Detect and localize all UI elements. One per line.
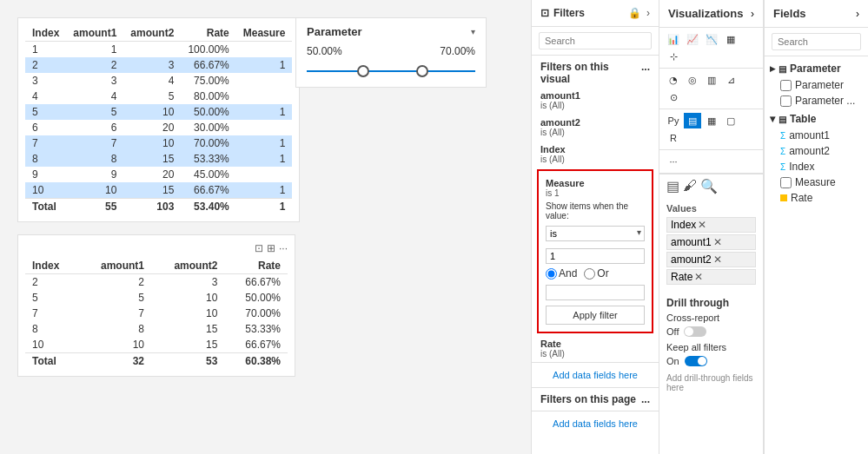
field-chip-index[interactable]: Index ✕ [666, 217, 756, 233]
viz-icon-card[interactable]: ▢ [722, 113, 739, 128]
viz-icon-r[interactable]: R [665, 130, 682, 146]
viz-icon-col[interactable]: ▦ [722, 31, 739, 47]
table-row: 44580.00% [25, 89, 292, 104]
filters-header: ⊡ Filters 🔒 › [532, 0, 659, 27]
radio-group: And Or [546, 267, 645, 280]
field-chip-amount1[interactable]: amount1 ✕ [666, 234, 756, 250]
viz-icon-pie[interactable]: ◔ [665, 72, 682, 88]
fields-title: Fields [773, 7, 806, 20]
filters-on-visual-dots[interactable]: ... [641, 61, 650, 85]
sigma-icon-amount1: Σ [780, 131, 785, 141]
field-item-amount1[interactable]: Σ amount1 [765, 128, 868, 143]
viz-icon-funnel[interactable]: ⊿ [722, 72, 739, 88]
cross-report-toggle[interactable] [684, 326, 706, 337]
radio-or-label[interactable]: Or [584, 267, 608, 280]
add-data-fields-visual[interactable]: Add data fields here [532, 362, 659, 387]
filter-chevron-icon[interactable]: › [646, 7, 650, 19]
table-row: 10101566.67% [25, 337, 288, 353]
radio-and-label[interactable]: And [546, 267, 577, 280]
add-drill-through-text: Add drill-through fields here [659, 370, 763, 396]
field-group-table-header[interactable]: ▾ ▤ Table [765, 110, 868, 128]
canvas-area: Index amount1 amount2 Rate Measure 11100… [0, 0, 531, 454]
toggle-thumb [685, 327, 693, 336]
viz-format-icon[interactable]: 🖌 [683, 178, 697, 194]
viz-icon-more[interactable]: ··· [665, 154, 682, 169]
viz-icon-table-vis[interactable]: ▤ [684, 113, 701, 128]
field-group-parameter-header[interactable]: ▸ ▤ Parameter [765, 60, 868, 77]
viz-chevron-icon[interactable]: › [751, 8, 754, 20]
filter-icon[interactable]: ⊡ [255, 242, 263, 254]
field-chip-rate-name: Rate [671, 271, 692, 283]
col-header-amount1-2: amount1 [78, 258, 151, 274]
keep-all-toggle[interactable] [685, 356, 707, 366]
col-header-amount1: amount1 [66, 25, 123, 42]
field-checkbox-parameter2[interactable] [780, 95, 792, 107]
filter-item-amount1[interactable]: amount1 is (All) [532, 87, 659, 114]
apply-filter-button[interactable]: Apply filter [546, 306, 645, 325]
table-row: 992045.00% [25, 167, 292, 182]
filter-lock-icon[interactable]: 🔒 [628, 7, 641, 19]
field-chip-rate-remove[interactable]: ✕ [694, 271, 703, 283]
table-row: 10101566.67%1 [25, 182, 292, 199]
condition-value-input[interactable] [546, 248, 645, 264]
slider-handle-left[interactable] [357, 65, 369, 77]
viz-title: Visualizations [668, 7, 743, 20]
field-chip-amount2-remove[interactable]: ✕ [713, 253, 722, 266]
viz-icon-donut[interactable]: ◎ [684, 72, 701, 88]
fields-chevron-icon[interactable]: › [856, 8, 859, 20]
chevron-down-icon[interactable]: ▾ [471, 27, 475, 36]
viz-icon-gauge[interactable]: ⊙ [665, 89, 682, 105]
sigma-icon-amount2: Σ [780, 147, 785, 156]
viz-icon-line[interactable]: 📈 [684, 31, 701, 47]
field-chip-index-remove[interactable]: ✕ [698, 219, 706, 231]
field-checkbox-measure[interactable] [780, 177, 792, 188]
slider-track[interactable] [307, 63, 475, 80]
table-row: 662030.00% [25, 120, 292, 135]
expand-icon[interactable]: ⊞ [267, 242, 275, 254]
viz-icon-kpi[interactable]: Py [665, 113, 682, 128]
viz-icons-row-4: ··· [659, 150, 763, 174]
col-header-measure: Measure [236, 25, 293, 42]
filters-panel: ⊡ Filters 🔒 › Filters on this visual ...… [531, 0, 659, 454]
keep-all-toggle-row: On [666, 354, 756, 368]
field-item-rate[interactable]: Rate [765, 190, 868, 206]
viz-icon-matrix[interactable]: ▦ [703, 113, 720, 128]
viz-fields-icon[interactable]: ▤ [666, 178, 679, 194]
filters-on-page-dots[interactable]: ... [641, 393, 650, 405]
field-chip-amount2[interactable]: amount2 ✕ [666, 252, 756, 267]
field-chip-amount1-remove[interactable]: ✕ [713, 236, 722, 248]
filter-item-rate[interactable]: Rate is (All) [532, 335, 659, 362]
condition-select[interactable]: is [546, 226, 645, 241]
filter-item-index[interactable]: Index is (All) [532, 141, 659, 168]
field-chip-rate[interactable]: Rate ✕ [666, 269, 756, 285]
field-item-measure[interactable]: Measure [765, 174, 868, 190]
viz-icon-treemap[interactable]: ▥ [703, 72, 720, 88]
field-group-parameter: ▸ ▤ Parameter Parameter Parameter ... [765, 60, 868, 109]
field-item-parameter2[interactable]: Parameter ... [765, 93, 868, 109]
radio-or[interactable] [584, 268, 595, 280]
viz-icon-area[interactable]: 📉 [703, 31, 720, 47]
filters-search-input[interactable] [539, 32, 652, 49]
parameter-slicer: Parameter ▾ 50.00% 70.00% [295, 17, 487, 88]
slider-handle-right[interactable] [416, 65, 428, 77]
more-icon[interactable]: ··· [279, 242, 288, 254]
table-row: 771070.00% [25, 306, 288, 321]
field-item-parameter1[interactable]: Parameter [765, 77, 868, 93]
radio-and[interactable] [546, 268, 557, 280]
field-chip-amount2-name: amount2 [671, 253, 712, 266]
add-data-fields-page[interactable]: Add data fields here [532, 411, 659, 436]
fields-search-input[interactable] [772, 33, 861, 50]
field-item-amount2[interactable]: Σ amount2 [765, 143, 868, 159]
cross-report-toggle-row: Off [666, 325, 756, 339]
viz-icon-scatter[interactable]: ⊹ [665, 49, 682, 64]
viz-icons-row-3: Py ▤ ▦ ▢ R [659, 109, 763, 150]
slider-line [307, 70, 475, 72]
viz-analytics-icon[interactable]: 🔍 [700, 178, 718, 194]
table-toolbar: ⊡ ⊞ ··· [25, 242, 288, 254]
field-item-index[interactable]: Σ Index [765, 159, 868, 174]
filtered-table-visual: ⊡ ⊞ ··· Index amount1 amount2 Rate 22366… [17, 234, 295, 377]
viz-icon-bar[interactable]: 📊 [665, 31, 682, 47]
condition-value2-input[interactable] [546, 285, 645, 300]
field-checkbox-parameter1[interactable] [780, 80, 792, 91]
filter-item-amount2[interactable]: amount2 is (All) [532, 114, 659, 141]
